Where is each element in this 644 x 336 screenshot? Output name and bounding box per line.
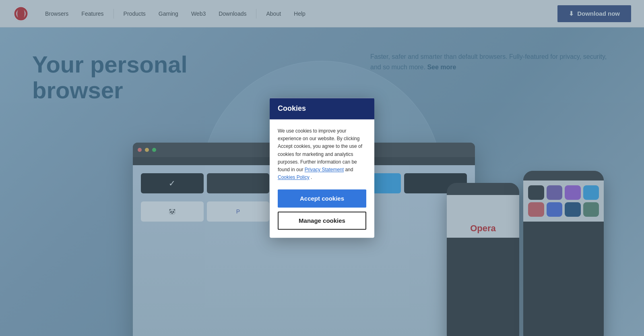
accept-cookies-button[interactable]: Accept cookies	[278, 190, 366, 208]
privacy-statement-link[interactable]: Privacy Statement	[305, 167, 344, 172]
cookie-modal-body: We use cookies to improve your experienc…	[270, 119, 374, 238]
cookie-title: Cookies	[278, 104, 306, 112]
manage-cookies-button[interactable]: Manage cookies	[278, 212, 366, 230]
cookies-policy-link[interactable]: Cookies Policy	[278, 174, 310, 180]
cookie-text: We use cookies to improve your experienc…	[278, 127, 366, 181]
cookie-modal: Cookies We use cookies to improve your e…	[270, 98, 374, 238]
cookie-modal-header: Cookies	[270, 98, 374, 119]
